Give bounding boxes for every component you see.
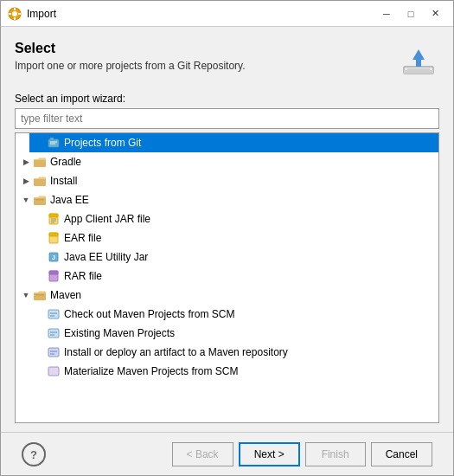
ear-label: EAR file bbox=[64, 232, 101, 244]
tree-item-maven-materialize[interactable]: Materialize Maven Projects from SCM bbox=[29, 362, 438, 381]
svg-rect-29 bbox=[49, 271, 58, 274]
expand-arrow-maven-existing bbox=[33, 326, 47, 340]
ear-icon bbox=[47, 231, 61, 245]
svg-rect-41 bbox=[48, 367, 59, 376]
header-title: Select bbox=[15, 41, 398, 56]
svg-rect-9 bbox=[416, 58, 421, 67]
expand-arrow-install: ▶ bbox=[19, 174, 33, 188]
tree-item-gradle[interactable]: ▶ Gradle bbox=[16, 152, 438, 171]
svg-text:J: J bbox=[52, 254, 55, 261]
install-folder-icon bbox=[33, 174, 47, 188]
import-dialog: Import ─ □ ✕ Select Import one or more p… bbox=[0, 0, 454, 476]
javaee-label: Java EE bbox=[50, 194, 89, 206]
rar-label: RAR file bbox=[64, 270, 102, 282]
next-button[interactable]: Next > bbox=[239, 442, 300, 466]
tree-item-install[interactable]: ▶ Install bbox=[16, 171, 438, 190]
cancel-button[interactable]: Cancel bbox=[371, 442, 432, 466]
maximize-button[interactable]: □ bbox=[400, 4, 422, 23]
svg-point-1 bbox=[12, 11, 17, 16]
maven-materialize-label: Materialize Maven Projects from SCM bbox=[64, 365, 238, 377]
svg-rect-16 bbox=[34, 178, 46, 186]
svg-rect-35 bbox=[48, 329, 59, 338]
expand-arrow-javaee: ▼ bbox=[19, 193, 33, 207]
tree-item-appjclient[interactable]: App Client JAR file bbox=[29, 209, 438, 228]
button-bar: ? < Back Next > Finish Cancel bbox=[15, 433, 439, 475]
maven-install-label: Install or deploy an artifact to a Maven… bbox=[64, 346, 288, 358]
svg-rect-17 bbox=[34, 197, 46, 205]
svg-rect-20 bbox=[49, 214, 58, 217]
svg-rect-30 bbox=[34, 293, 46, 300]
expand-arrow-maven-materialize bbox=[33, 364, 47, 378]
maven-materialize-icon bbox=[47, 364, 61, 378]
close-button[interactable]: ✕ bbox=[424, 4, 446, 23]
expand-arrow-git bbox=[33, 136, 47, 150]
tree-item-maven[interactable]: ▼ Maven bbox=[16, 286, 438, 305]
maven-checkout-label: Check out Maven Projects from SCM bbox=[64, 308, 234, 320]
maven-existing-icon bbox=[47, 326, 61, 340]
svg-rect-18 bbox=[35, 199, 44, 201]
tree-item-javaee[interactable]: ▼ Java EE bbox=[16, 190, 438, 209]
gradle-folder-icon bbox=[33, 155, 47, 169]
svg-rect-2 bbox=[14, 8, 16, 10]
expand-arrow-gradle: ▶ bbox=[19, 155, 33, 169]
maven-existing-label: Existing Maven Projects bbox=[64, 327, 175, 339]
title-bar: Import ─ □ ✕ bbox=[1, 1, 453, 27]
svg-rect-4 bbox=[9, 13, 11, 15]
minimize-button[interactable]: ─ bbox=[375, 4, 398, 23]
svg-rect-15 bbox=[34, 159, 46, 167]
tree-item-ear[interactable]: EAR file bbox=[29, 228, 438, 248]
expand-arrow-ear bbox=[33, 231, 47, 245]
back-button[interactable]: < Back bbox=[172, 442, 233, 466]
tree-item-rar[interactable]: RAR file bbox=[29, 267, 438, 286]
javaeeutil-label: Java EE Utility Jar bbox=[64, 251, 148, 263]
window-title: Import bbox=[27, 8, 375, 20]
svg-rect-7 bbox=[404, 70, 433, 74]
maven-checkout-icon bbox=[47, 307, 61, 321]
expand-arrow-appjclient bbox=[33, 212, 47, 226]
svg-rect-25 bbox=[49, 233, 58, 236]
svg-rect-31 bbox=[35, 294, 44, 296]
expand-arrow-maven-install bbox=[33, 345, 47, 359]
footer-area: ? < Back Next > Finish Cancel bbox=[15, 423, 439, 475]
help-button[interactable]: ? bbox=[22, 442, 46, 466]
javaee-folder-icon bbox=[33, 193, 47, 207]
expand-arrow-javaeeutil bbox=[33, 250, 47, 264]
svg-rect-12 bbox=[50, 138, 54, 140]
svg-rect-5 bbox=[18, 13, 21, 15]
tree-item-git[interactable]: Projects from Git bbox=[29, 133, 438, 152]
expand-arrow-rar bbox=[33, 269, 47, 283]
nav-buttons: < Back Next > Finish Cancel bbox=[172, 442, 432, 466]
tree-item-maven-checkout[interactable]: Check out Maven Projects from SCM bbox=[29, 305, 438, 324]
git-icon bbox=[47, 136, 61, 150]
filter-input[interactable] bbox=[15, 108, 439, 129]
maven-folder-icon bbox=[33, 288, 47, 302]
git-label: Projects from Git bbox=[64, 137, 141, 149]
svg-rect-3 bbox=[14, 17, 16, 20]
maven-label: Maven bbox=[50, 289, 81, 301]
svg-rect-11 bbox=[48, 139, 59, 147]
finish-button[interactable]: Finish bbox=[305, 442, 366, 466]
jar-icon bbox=[47, 212, 61, 226]
appjclient-label: App Client JAR file bbox=[64, 213, 150, 225]
rar-icon bbox=[47, 269, 61, 283]
tree-item-maven-install[interactable]: Install or deploy an artifact to a Maven… bbox=[29, 343, 438, 362]
window-controls: ─ □ ✕ bbox=[375, 4, 446, 23]
expand-arrow-maven-checkout bbox=[33, 307, 47, 321]
maven-install-icon bbox=[47, 345, 61, 359]
expand-arrow-maven: ▼ bbox=[19, 288, 33, 302]
svg-rect-38 bbox=[48, 348, 59, 357]
filter-label: Select an import wizard: bbox=[15, 93, 439, 105]
tree-item-javaeeutil[interactable]: J Java EE Utility Jar bbox=[29, 248, 438, 267]
install-label: Install bbox=[50, 175, 77, 187]
svg-rect-32 bbox=[48, 310, 59, 318]
window-icon bbox=[8, 7, 22, 21]
header-text: Select Import one or more projects from … bbox=[15, 41, 398, 72]
header-section: Select Import one or more projects from … bbox=[15, 41, 439, 82]
header-description: Import one or more projects from a Git R… bbox=[15, 60, 398, 72]
tree-container[interactable]: Projects from Git ▶ Gradle ▶ bbox=[15, 132, 439, 423]
header-icon bbox=[398, 41, 439, 82]
dialog-content: Select Import one or more projects from … bbox=[1, 27, 453, 475]
javaeeutil-icon: J bbox=[47, 250, 61, 264]
tree-item-maven-existing[interactable]: Existing Maven Projects bbox=[29, 324, 438, 343]
gradle-label: Gradle bbox=[50, 156, 81, 168]
